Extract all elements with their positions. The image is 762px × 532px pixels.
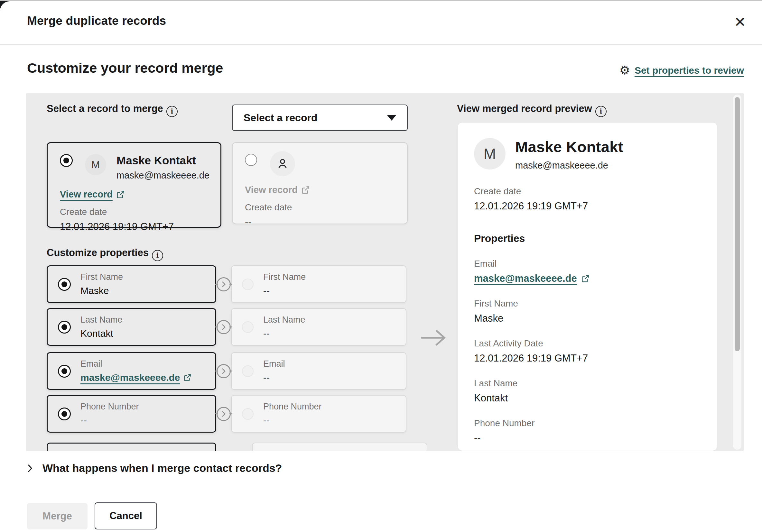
- arrow-right-icon: [420, 329, 448, 347]
- select-record-section-label: Select a record to mergei: [47, 103, 178, 117]
- record-name: Maske Kontakt: [116, 154, 209, 167]
- merge-button[interactable]: Merge: [27, 503, 88, 529]
- chevron-down-icon: [387, 115, 396, 121]
- create-date-label: Create date: [245, 202, 407, 213]
- merge-connector: [216, 308, 231, 346]
- property-radio-empty[interactable]: [242, 321, 254, 333]
- avatar: M: [85, 154, 106, 175]
- panel-scrollbar-track[interactable]: [733, 95, 741, 450]
- property-card-selected[interactable]: Last Name Kontakt: [47, 308, 216, 346]
- create-date-value: --: [245, 217, 407, 228]
- property-card-empty[interactable]: Last Name --: [231, 308, 407, 346]
- property-row-email: Email maske@maskeeee.de: [47, 352, 407, 390]
- gear-icon: ⚙: [619, 64, 630, 76]
- chevron-right-icon: [217, 320, 231, 334]
- property-card-empty[interactable]: First Name --: [231, 265, 407, 303]
- property-radio-empty[interactable]: [242, 408, 254, 420]
- external-link-icon: [301, 186, 310, 195]
- merge-faq-toggle[interactable]: What happens when I merge contact record…: [27, 462, 282, 474]
- cancel-button[interactable]: Cancel: [95, 502, 157, 529]
- preview-property-first-name: First Name Maske: [474, 299, 701, 324]
- secondary-record-header: [233, 143, 407, 176]
- property-card-selected[interactable]: Email maske@maskeeee.de: [47, 352, 216, 390]
- view-record-link[interactable]: View record: [60, 189, 125, 200]
- set-properties-link[interactable]: Set properties to review: [635, 65, 744, 76]
- merge-config-panel: Select a record to mergei Select a recor…: [26, 93, 744, 451]
- property-radio-selected[interactable]: [58, 278, 71, 291]
- info-icon[interactable]: i: [152, 250, 163, 261]
- preview-property-email: Email maske@maskeeee.de: [474, 259, 701, 284]
- property-row-phone-number: Phone Number -- Phone Number --: [47, 395, 407, 432]
- preview-record-name: Maske Kontakt: [515, 138, 623, 156]
- merged-record-preview-card: M Maske Kontakt maske@maskeeee.de Create…: [458, 122, 717, 451]
- panel-scrollbar-thumb[interactable]: [735, 97, 740, 351]
- property-radio-empty[interactable]: [242, 366, 254, 377]
- modal-title: Merge duplicate records: [27, 14, 166, 28]
- primary-record-header: M Maske Kontakt maske@maskeeee.de: [48, 143, 220, 181]
- properties-title: Properties: [474, 233, 701, 244]
- primary-record-card[interactable]: M Maske Kontakt maske@maskeeee.de View r…: [47, 142, 221, 228]
- close-icon[interactable]: ✕: [732, 15, 748, 30]
- property-card-partial: [252, 442, 427, 451]
- email-link[interactable]: maske@maskeeee.de: [80, 372, 191, 383]
- property-row-first-name: First Name Maske First Name --: [47, 265, 407, 303]
- chevron-right-icon: [27, 463, 33, 474]
- merge-connector: [216, 265, 231, 303]
- property-radio-selected[interactable]: [58, 408, 71, 420]
- faq-question: What happens when I merge contact record…: [42, 462, 282, 474]
- merge-connector: [216, 352, 231, 390]
- chevron-right-icon: [217, 407, 231, 421]
- property-card-empty[interactable]: Email --: [231, 352, 407, 390]
- create-date-label: Create date: [60, 207, 220, 217]
- property-radio-selected[interactable]: [58, 321, 71, 334]
- merge-duplicate-records-screen: Merge duplicate records ✕ Customize your…: [0, 0, 762, 532]
- preview-header: M Maske Kontakt maske@maskeeee.de: [474, 138, 701, 171]
- property-radio-selected[interactable]: [58, 365, 71, 378]
- create-date-label: Create date: [474, 186, 701, 197]
- modal-header: Merge duplicate records ✕: [0, 1, 762, 45]
- property-card-selected[interactable]: Phone Number --: [47, 395, 216, 432]
- secondary-record-radio[interactable]: [245, 154, 257, 166]
- info-icon[interactable]: i: [595, 106, 607, 117]
- avatar: M: [474, 138, 505, 169]
- customize-properties-section-label: Customize propertiesi: [47, 247, 163, 261]
- person-icon: [270, 151, 295, 176]
- secondary-record-card[interactable]: View record Create date --: [232, 142, 408, 224]
- property-card-empty[interactable]: Phone Number --: [231, 395, 407, 432]
- info-icon[interactable]: i: [166, 106, 178, 117]
- create-date-value: 12.01.2026 19:19 GMT+7: [60, 221, 220, 233]
- record-email: maske@maskeeee.de: [116, 170, 209, 181]
- property-radio-empty[interactable]: [242, 279, 254, 290]
- merge-connector: [216, 395, 231, 432]
- merge-modal: Merge duplicate records ✕ Customize your…: [0, 1, 762, 532]
- preview-property-last-activity-date: Last Activity Date 12.01.2026 19:19 GMT+…: [474, 338, 701, 364]
- chevron-right-icon: [217, 277, 231, 292]
- email-link[interactable]: maske@maskeeee.de: [474, 273, 589, 284]
- view-record-link-disabled: View record: [245, 185, 310, 195]
- property-row-last-name: Last Name Kontakt Last Name --: [47, 308, 407, 346]
- external-link-icon: [116, 190, 125, 199]
- preview-record-email: maske@maskeeee.de: [515, 160, 623, 171]
- primary-record-radio[interactable]: [60, 154, 73, 167]
- create-date-value: 12.01.2026 19:19 GMT+7: [474, 200, 701, 212]
- external-link-icon: [581, 274, 589, 283]
- preview-property-phone-number: Phone Number --: [474, 418, 701, 444]
- page-title: Customize your record merge: [27, 60, 223, 76]
- set-properties-to-review[interactable]: ⚙ Set properties to review: [619, 64, 744, 76]
- property-card-partial: [47, 442, 216, 451]
- dropdown-selected-value: Select a record: [244, 112, 317, 124]
- chevron-right-icon: [217, 364, 231, 378]
- preview-property-last-name: Last Name Kontakt: [474, 378, 701, 404]
- select-record-dropdown[interactable]: Select a record: [232, 104, 408, 131]
- property-card-selected[interactable]: First Name Maske: [47, 265, 216, 303]
- external-link-icon: [183, 373, 191, 382]
- preview-section-label: View merged record previewi: [457, 103, 607, 117]
